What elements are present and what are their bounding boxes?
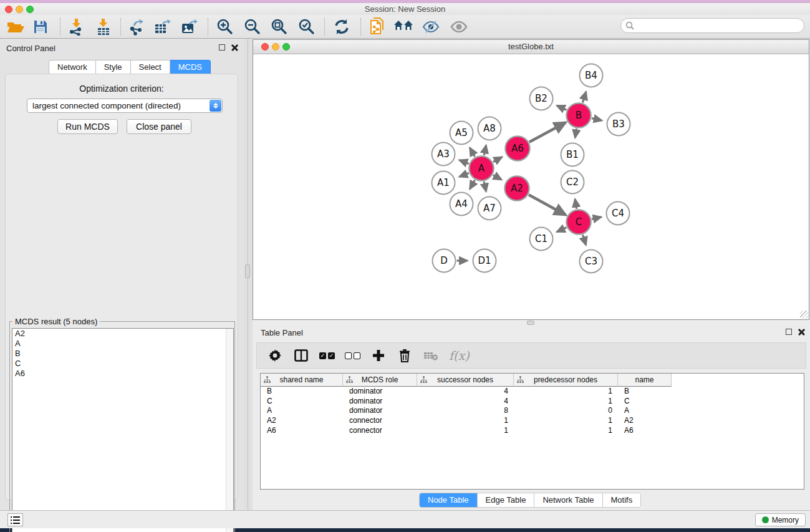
tab-mcds[interactable]: MCDS [170, 60, 211, 75]
table-cell[interactable]: 1 [417, 416, 514, 426]
table-cell[interactable]: C [618, 397, 672, 407]
table-cell[interactable]: B [618, 387, 672, 397]
table-cell[interactable]: A2 [261, 416, 343, 426]
table-row[interactable]: Bdominator41B [261, 387, 804, 397]
graph-edge-A-A7[interactable] [484, 181, 486, 191]
table-cell[interactable]: A [261, 406, 343, 416]
maximize-view-button[interactable] [282, 43, 290, 51]
column-header-name[interactable]: name [618, 374, 672, 387]
mcds-result-item[interactable]: C [12, 359, 233, 369]
task-history-button[interactable] [7, 513, 23, 526]
close-table-panel-icon[interactable] [798, 328, 805, 335]
table-row[interactable]: Adominator80A [261, 406, 804, 416]
table-cell[interactable]: B [261, 387, 343, 397]
graph-edge-A-A6[interactable] [493, 157, 502, 162]
memory-button[interactable]: Memory [755, 513, 806, 526]
tab-edge-table[interactable]: Edge Table [477, 493, 534, 507]
graph-node-A5[interactable]: A5 [450, 122, 473, 145]
table-cell[interactable]: 8 [417, 406, 514, 416]
export-network-icon[interactable] [125, 17, 147, 37]
table-cell[interactable]: A [618, 406, 672, 416]
minimize-view-button[interactable] [272, 43, 279, 51]
minimize-window-button[interactable] [16, 6, 23, 13]
export-image-icon[interactable] [179, 17, 200, 37]
graph-edge-A-A2[interactable] [493, 175, 501, 180]
new-network-from-selection-icon[interactable] [367, 17, 388, 37]
table-cell[interactable]: C [261, 397, 343, 407]
table-cell[interactable]: 1 [417, 426, 514, 436]
home-first-neighbors-icon[interactable] [393, 17, 414, 37]
zoom-fit-icon[interactable] [269, 17, 290, 37]
close-view-button[interactable] [261, 43, 269, 51]
network-canvas[interactable]: AA1A2A3A4A5A6A7A8BB1B2B3B4CC1C2C3C4DD1 [253, 55, 809, 319]
table-cell[interactable]: 4 [417, 397, 514, 407]
table-cell[interactable]: connector [343, 416, 417, 426]
vertical-splitter[interactable] [243, 39, 253, 510]
graph-node-A2[interactable]: A2 [505, 177, 529, 201]
column-header-predecessor-nodes[interactable]: predecessor nodes [514, 374, 618, 387]
maximize-window-button[interactable] [26, 6, 34, 13]
close-panel-button[interactable]: Close panel [127, 119, 191, 134]
tab-node-table[interactable]: Node Table [420, 493, 477, 507]
graph-node-A4[interactable]: A4 [450, 193, 473, 216]
graph-node-B[interactable]: B [567, 104, 591, 128]
table-cell[interactable]: A6 [261, 426, 343, 436]
mcds-result-item[interactable]: A [12, 339, 233, 349]
graph-node-C1[interactable]: C1 [530, 228, 553, 251]
graph-node-A[interactable]: A [470, 157, 494, 181]
export-table-icon[interactable] [152, 17, 173, 37]
horizontal-splitter-grip[interactable] [527, 321, 534, 325]
tab-select[interactable]: Select [131, 60, 170, 75]
zoom-selected-icon[interactable] [296, 17, 317, 37]
table-cell[interactable]: 1 [514, 416, 618, 426]
graph-edge-A-A8[interactable] [484, 145, 486, 155]
graph-node-C2[interactable]: C2 [561, 171, 584, 194]
import-table-icon[interactable] [93, 17, 114, 37]
graph-node-C3[interactable]: C3 [580, 250, 603, 273]
graph-node-B3[interactable]: B3 [607, 113, 630, 136]
graph-node-C4[interactable]: C4 [607, 202, 630, 225]
table-row[interactable]: A6connector11A6 [261, 426, 804, 436]
column-header-successor-nodes[interactable]: successor nodes [417, 374, 514, 387]
graph-edge-C-C3[interactable] [583, 235, 586, 244]
table-row[interactable]: Cdominator41C [261, 397, 804, 407]
show-all-eye-icon[interactable] [448, 17, 470, 37]
save-session-icon[interactable] [30, 17, 51, 37]
node-table[interactable]: shared nameMCDS rolesuccessor nodesprede… [260, 373, 804, 490]
graph-edge-A6-B[interactable] [529, 122, 566, 142]
float-panel-icon[interactable] [219, 44, 225, 51]
refresh-icon[interactable] [331, 17, 352, 37]
table-cell[interactable]: A6 [618, 426, 672, 436]
graph-edge-C-C2[interactable] [575, 199, 576, 209]
run-mcds-button[interactable]: Run MCDS [57, 119, 118, 134]
open-file-icon[interactable] [5, 17, 26, 37]
table-cell[interactable]: connector [343, 426, 417, 436]
graph-edge-B-B3[interactable] [592, 118, 602, 121]
graph-node-A6[interactable]: A6 [506, 137, 530, 161]
graph-node-A1[interactable]: A1 [432, 172, 455, 195]
close-window-button[interactable] [5, 6, 12, 13]
graph-node-A8[interactable]: A8 [478, 117, 501, 140]
table-cell[interactable]: 1 [514, 387, 618, 397]
add-column-icon[interactable] [370, 347, 387, 364]
table-cell[interactable]: dominator [343, 406, 417, 416]
float-table-panel-icon[interactable] [786, 329, 792, 335]
table-cell[interactable]: 0 [514, 406, 618, 416]
splitter-grip[interactable] [245, 264, 250, 278]
graph-edge-B-B4[interactable] [582, 92, 586, 102]
table-cell[interactable]: A2 [618, 416, 672, 426]
graph-edge-A-A3[interactable] [460, 160, 469, 164]
select-all-columns-icon[interactable]: ✓✓ [319, 352, 335, 359]
import-network-icon[interactable] [65, 17, 87, 37]
list-scrollbar[interactable] [226, 329, 233, 532]
graph-node-D1[interactable]: D1 [473, 249, 496, 273]
mcds-result-list[interactable]: A2ABCA6 [12, 328, 234, 532]
tab-style[interactable]: Style [96, 60, 131, 75]
hide-selected-eye-icon[interactable] [420, 17, 441, 37]
close-panel-icon[interactable] [231, 44, 238, 51]
graph-node-B4[interactable]: B4 [580, 64, 603, 87]
column-header-shared-name[interactable]: shared name [261, 374, 343, 387]
graph-edge-B-B1[interactable] [575, 128, 576, 138]
graph-node-C[interactable]: C [567, 210, 591, 235]
graph-node-A7[interactable]: A7 [478, 197, 501, 220]
